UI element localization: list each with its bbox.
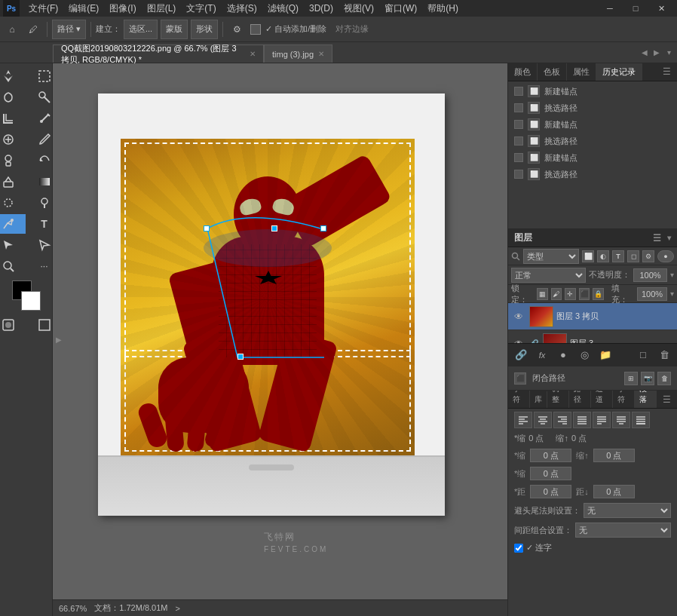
justify-all-btn[interactable] — [632, 412, 650, 428]
blend-mode-select[interactable]: 正常 — [511, 268, 586, 283]
settings-icon[interactable]: ⚙ — [228, 20, 246, 38]
tab-scroll-right[interactable]: ▶ — [651, 44, 662, 61]
lock-transparent[interactable]: ▦ — [537, 288, 548, 300]
type-tool[interactable]: T — [27, 214, 54, 234]
gradient-tool[interactable] — [27, 172, 54, 192]
layer-filter-shape[interactable]: ◻ — [627, 250, 639, 262]
tab-channel[interactable]: 通道 — [591, 391, 613, 408]
lock-image[interactable]: 🖌 — [551, 288, 562, 300]
paragraph-panel-menu[interactable]: ☰ — [657, 391, 677, 408]
tab-library[interactable]: 库 — [530, 391, 547, 408]
layer-mask-btn[interactable]: ● — [555, 347, 571, 363]
eraser-tool[interactable] — [0, 172, 26, 192]
menu-text[interactable]: 文字(T) — [182, 1, 220, 17]
tab-properties[interactable]: 属性 — [567, 63, 596, 81]
menu-image[interactable]: 图像(I) — [105, 1, 140, 17]
path-panel-snap-icon[interactable]: ⊞ — [624, 372, 638, 385]
move-tool[interactable] — [0, 66, 26, 86]
bezier-handle-4[interactable] — [237, 354, 244, 360]
layer-type-filter[interactable]: 类型 — [523, 249, 579, 264]
space-before-input[interactable] — [530, 485, 571, 498]
checkbox-icon[interactable] — [250, 24, 261, 35]
layers-panel-menu-icon[interactable]: ☰ — [653, 233, 661, 244]
minimize-button[interactable]: ─ — [597, 0, 623, 17]
tab-character[interactable]: 字符 — [613, 391, 635, 408]
tab-paragraph[interactable]: 段落 — [635, 391, 657, 408]
mask-button[interactable]: 蒙版 — [161, 20, 188, 39]
history-brush-tool[interactable] — [27, 151, 54, 170]
align-left-btn[interactable] — [514, 412, 532, 428]
pen-tool-sidebar[interactable] — [0, 214, 26, 234]
select-button[interactable]: 选区... — [124, 20, 158, 39]
blur-tool[interactable] — [0, 193, 26, 213]
tab-scroll-left[interactable]: ◀ — [639, 44, 650, 61]
layer-filter-adjustment[interactable]: ◐ — [597, 250, 609, 262]
lock-position[interactable]: ✛ — [565, 288, 576, 300]
history-item[interactable]: ⬜ 新建锚点 — [508, 83, 677, 100]
menu-layer[interactable]: 图层(L) — [142, 1, 181, 17]
restore-button[interactable]: □ — [623, 0, 648, 17]
hyphenation-checkbox[interactable] — [514, 544, 523, 553]
justify-last-left-btn[interactable] — [593, 412, 611, 428]
layer-fx-btn[interactable]: fx — [534, 347, 550, 363]
tab-adjust[interactable]: 调整 — [547, 391, 569, 408]
path-select-tool[interactable] — [0, 235, 26, 255]
history-item[interactable]: ⬜ 新建锚点 — [508, 116, 677, 133]
bezier-handle-2[interactable] — [271, 225, 277, 231]
layer-visibility-2[interactable]: 👁 — [511, 336, 526, 344]
menu-filter[interactable]: 滤镜(Q) — [263, 1, 303, 17]
eyedropper-tool[interactable] — [27, 109, 54, 128]
lasso-tool[interactable] — [0, 87, 26, 107]
tab-chars[interactable]: 字符 — [508, 391, 530, 408]
marquee-tool[interactable] — [27, 66, 54, 86]
lock-all[interactable]: 🔒 — [593, 288, 604, 300]
tab-color[interactable]: 颜色 — [508, 63, 538, 81]
opacity-arrow[interactable]: ▾ — [670, 271, 674, 279]
crop-tool[interactable] — [0, 109, 26, 128]
layer-group-btn[interactable]: 📁 — [597, 347, 614, 363]
tab-main-file[interactable]: QQ截图20190803212226.png @ 66.7% (图层 3 拷贝,… — [53, 44, 264, 63]
history-item[interactable]: ⬜ 挑选路径 — [508, 100, 677, 116]
layers-panel-collapse[interactable]: ▾ — [667, 234, 671, 242]
opacity-input[interactable] — [633, 268, 667, 282]
canvas-left-collapse[interactable]: ▶ — [53, 63, 65, 616]
path-panel-delete-icon[interactable]: 🗑 — [657, 372, 671, 385]
pen-tool-icon[interactable]: 🖊 — [24, 20, 42, 38]
bezier-handle-3[interactable] — [320, 225, 326, 231]
left-indent-input[interactable] — [530, 449, 571, 462]
layer-filter-type[interactable]: T — [612, 250, 624, 262]
layer-visibility-1[interactable]: 👁 — [511, 309, 526, 324]
clone-stamp-tool[interactable] — [0, 151, 26, 170]
history-panel-menu[interactable]: ☰ — [657, 63, 677, 81]
justify-btn[interactable] — [573, 412, 591, 428]
fill-input[interactable] — [637, 287, 667, 301]
align-center-btn[interactable] — [534, 412, 552, 428]
layer-new-btn[interactable]: □ — [635, 347, 651, 363]
tab-secondary-close[interactable]: ✕ — [318, 50, 324, 58]
close-button[interactable]: ✕ — [648, 0, 674, 17]
history-item[interactable]: ⬜ 挑选路径 — [508, 133, 677, 149]
justify-last-center-btn[interactable] — [612, 412, 630, 428]
layer-adjustment-btn[interactable]: ◎ — [576, 347, 593, 363]
brush-tool[interactable] — [27, 130, 54, 149]
menu-view[interactable]: 视图(V) — [339, 1, 378, 17]
menu-edit[interactable]: 编辑(E) — [64, 1, 103, 17]
fill-arrow[interactable]: ▾ — [670, 290, 674, 298]
bezier-handle-1[interactable] — [204, 225, 210, 231]
healing-tool[interactable] — [0, 130, 26, 149]
tab-menu[interactable]: ▾ — [663, 44, 674, 61]
menu-file[interactable]: 文件(F) — [24, 1, 63, 17]
shape-button[interactable]: 形状 — [191, 20, 218, 39]
layer-filter-pixel[interactable]: ⬜ — [582, 250, 594, 262]
first-indent-input[interactable] — [530, 467, 571, 480]
dodge-tool[interactable] — [27, 193, 54, 213]
layer-link-btn[interactable]: 🔗 — [513, 347, 529, 363]
background-color[interactable] — [21, 291, 41, 311]
magic-wand-tool[interactable] — [27, 87, 54, 107]
lock-artboard[interactable]: ⬛ — [579, 288, 590, 300]
space-after-input[interactable] — [593, 485, 635, 498]
direct-select-tool[interactable] — [27, 235, 54, 255]
menu-3d[interactable]: 3D(D) — [305, 2, 338, 15]
screen-mode-button[interactable] — [27, 315, 54, 335]
spacing-select[interactable]: 无 — [575, 523, 671, 538]
